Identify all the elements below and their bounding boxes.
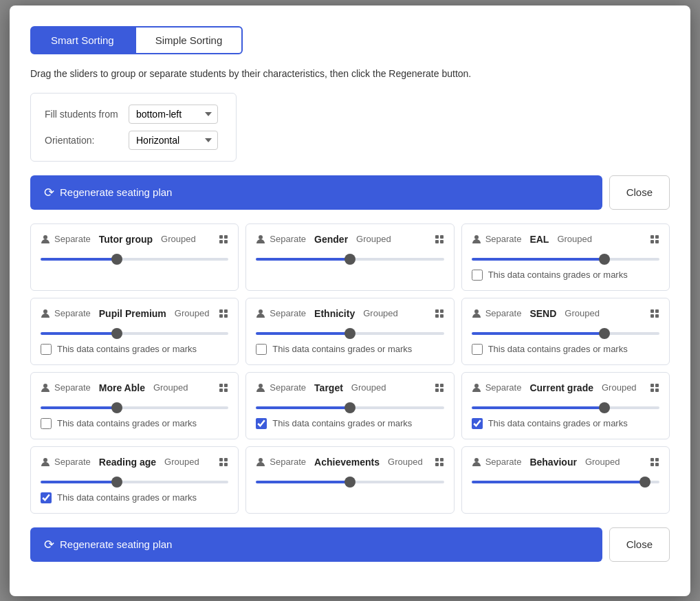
svg-rect-33 <box>219 389 223 392</box>
checkbox-more-able[interactable] <box>41 418 52 429</box>
regenerate-label-bottom: Regenerate seating plan <box>60 538 172 550</box>
close-button-bottom[interactable]: Close <box>609 527 670 562</box>
svg-rect-49 <box>224 463 228 466</box>
slider-reading-age[interactable] <box>41 481 228 483</box>
checkbox-target[interactable] <box>256 418 267 429</box>
checkbox-eal[interactable] <box>472 270 483 281</box>
grid-icon-ethnicity[interactable] <box>435 309 444 318</box>
grid-icon-tutor-group[interactable] <box>219 234 228 244</box>
svg-point-10 <box>474 235 479 239</box>
slider-current-grade[interactable] <box>472 406 659 409</box>
svg-point-20 <box>259 309 263 314</box>
separate-label-behaviour: Separate <box>485 457 522 467</box>
grid-icon-target[interactable] <box>435 383 444 393</box>
slider-ethnicity[interactable] <box>256 332 444 335</box>
card-label-group-pupil-premium: Separate Pupil Premium Grouped <box>41 308 209 319</box>
svg-rect-1 <box>219 235 223 239</box>
slider-eal[interactable] <box>472 258 659 261</box>
card-title-send: SEND <box>529 308 556 319</box>
grid-icon-eal[interactable] <box>650 234 659 244</box>
checkbox-pupil-premium[interactable] <box>41 344 52 355</box>
fill-students-label: Fill students from <box>45 109 120 120</box>
grid-icon-reading-age[interactable] <box>219 457 228 467</box>
card-icons-send <box>650 309 659 318</box>
grouped-label-gender: Grouped <box>356 234 391 244</box>
svg-rect-57 <box>655 458 659 461</box>
card-header-achievements: Separate Achievements Grouped <box>256 457 444 468</box>
svg-rect-26 <box>650 309 654 313</box>
grid-icon-gender[interactable] <box>435 234 444 244</box>
person-icon-behaviour <box>472 457 481 467</box>
close-button-top[interactable]: Close <box>609 175 670 210</box>
svg-rect-17 <box>224 309 228 313</box>
card-send: Separate SEND Grouped <box>461 298 670 365</box>
card-label-group-more-able: Separate More Able Grouped <box>41 382 188 393</box>
tab-smart-sorting[interactable]: Smart Sorting <box>30 26 135 54</box>
tab-simple-sorting[interactable]: Simple Sorting <box>135 26 243 54</box>
checkbox-reading-age[interactable] <box>41 492 52 503</box>
slider-achievements[interactable] <box>256 481 444 483</box>
person-icon-current-grade <box>472 383 481 393</box>
person-icon-target <box>256 383 265 393</box>
grid-icon-current-grade[interactable] <box>650 383 659 393</box>
card-icons-tutor-group <box>219 234 228 244</box>
separate-label-target: Separate <box>270 382 306 393</box>
regenerate-button-bottom[interactable]: ⟳ Regenerate seating plan <box>30 527 602 562</box>
slider-wrap-current-grade <box>472 400 659 411</box>
grouped-label-send: Grouped <box>565 308 600 318</box>
slider-target[interactable] <box>256 406 444 409</box>
card-icons-gender <box>435 234 444 244</box>
svg-rect-8 <box>435 240 439 243</box>
checkbox-row-send: This data contains grades or marks <box>472 344 659 355</box>
grid-icon-send[interactable] <box>650 309 659 318</box>
card-header-send: Separate SEND Grouped <box>472 308 659 319</box>
card-title-current-grade: Current grade <box>529 382 593 393</box>
svg-rect-37 <box>440 384 444 387</box>
checkbox-row-more-able: This data contains grades or marks <box>41 418 228 429</box>
separate-label-pupil-premium: Separate <box>54 308 91 318</box>
slider-wrap-behaviour <box>472 474 659 485</box>
svg-rect-42 <box>655 384 659 387</box>
card-target: Separate Target Grouped <box>245 372 454 439</box>
card-icons-behaviour <box>650 457 659 467</box>
regenerate-icon-bottom: ⟳ <box>44 537 54 552</box>
svg-rect-21 <box>435 309 439 313</box>
slider-gender[interactable] <box>256 258 444 261</box>
svg-rect-24 <box>440 314 444 318</box>
svg-rect-32 <box>224 384 228 387</box>
orientation-select[interactable]: Horizontal Vertical <box>129 131 218 150</box>
card-label-group-reading-age: Separate Reading age Grouped <box>41 457 199 468</box>
grouped-label-ethnicity: Grouped <box>363 308 398 318</box>
slider-wrap-achievements <box>256 474 444 485</box>
checkbox-send[interactable] <box>472 344 483 355</box>
card-title-gender: Gender <box>314 234 348 245</box>
card-icons-target <box>435 383 444 393</box>
svg-point-0 <box>43 235 47 239</box>
card-icons-eal <box>650 234 659 244</box>
slider-behaviour[interactable] <box>472 481 659 483</box>
checkbox-ethnicity[interactable] <box>256 344 267 355</box>
card-label-group-current-grade: Separate Current grade Grouped <box>472 382 637 393</box>
fill-students-select[interactable]: bottom-left top-left top-right bottom-ri… <box>129 105 218 124</box>
grid-icon-pupil-premium[interactable] <box>219 309 228 318</box>
person-icon-ethnicity <box>256 309 265 318</box>
card-title-eal: EAL <box>529 234 549 245</box>
card-icons-pupil-premium <box>219 309 228 318</box>
svg-point-45 <box>43 458 47 462</box>
slider-send[interactable] <box>472 332 659 335</box>
grid-icon-more-able[interactable] <box>219 383 228 393</box>
grid-icon-achievements[interactable] <box>435 457 444 467</box>
card-label-group-send: Separate SEND Grouped <box>472 308 600 319</box>
checkbox-label-pupil-premium: This data contains grades or marks <box>57 344 197 354</box>
slider-tutor-group[interactable] <box>41 258 228 261</box>
slider-pupil-premium[interactable] <box>41 332 228 335</box>
regenerate-button-top[interactable]: ⟳ Regenerate seating plan <box>30 175 602 210</box>
card-current-grade: Separate Current grade Grouped <box>461 372 670 439</box>
grid-icon-behaviour[interactable] <box>650 457 659 467</box>
svg-rect-3 <box>219 240 223 243</box>
card-eal: Separate EAL Grouped <box>461 223 670 291</box>
svg-rect-28 <box>650 314 654 318</box>
checkbox-current-grade[interactable] <box>472 418 483 429</box>
slider-more-able[interactable] <box>41 406 228 409</box>
card-title-target: Target <box>314 382 343 393</box>
